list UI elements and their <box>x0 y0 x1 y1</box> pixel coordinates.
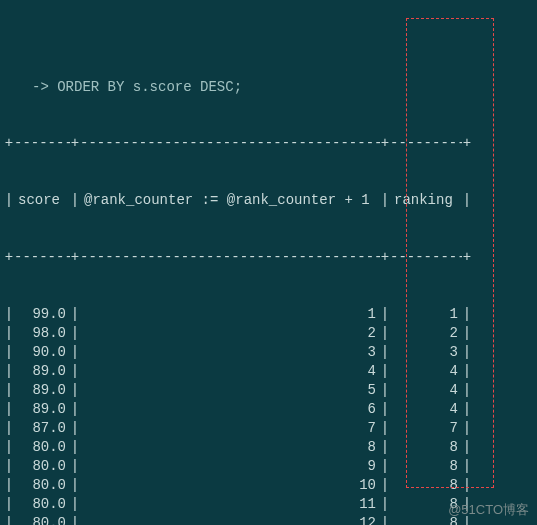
pipe-icon: | <box>70 476 80 495</box>
table-row: |80.0|8|8| <box>4 438 533 457</box>
plus-icon: + <box>4 248 14 267</box>
table-row: |99.0|1|1| <box>4 305 533 324</box>
plus-icon: + <box>380 248 390 267</box>
dash-segment: ------------------------------------- <box>80 248 380 267</box>
pipe-icon: | <box>4 514 14 525</box>
pipe-icon: | <box>462 191 472 210</box>
pipe-icon: | <box>462 362 472 381</box>
plus-icon: + <box>380 134 390 153</box>
plus-icon: + <box>70 248 80 267</box>
pipe-icon: | <box>380 191 390 210</box>
cell-score: 99.0 <box>14 305 70 324</box>
pipe-icon: | <box>462 476 472 495</box>
pipe-icon: | <box>70 419 80 438</box>
pipe-icon: | <box>70 495 80 514</box>
plus-icon: + <box>462 134 472 153</box>
cell-score: 80.0 <box>14 476 70 495</box>
cell-counter: 9 <box>80 457 380 476</box>
dash-segment: ------- <box>14 248 70 267</box>
pipe-icon: | <box>462 381 472 400</box>
table-row: |89.0|5|4| <box>4 381 533 400</box>
dash-segment: --------- <box>390 248 462 267</box>
pipe-icon: | <box>70 324 80 343</box>
cell-ranking: 7 <box>390 419 462 438</box>
table-body: |99.0|1|1||98.0|2|2||90.0|3|3||89.0|4|4|… <box>4 305 533 525</box>
pipe-icon: | <box>462 343 472 362</box>
pipe-icon: | <box>380 343 390 362</box>
cell-counter: 11 <box>80 495 380 514</box>
pipe-icon: | <box>380 381 390 400</box>
pipe-icon: | <box>462 419 472 438</box>
pipe-icon: | <box>4 343 14 362</box>
pipe-icon: | <box>4 191 14 210</box>
cell-score: 98.0 <box>14 324 70 343</box>
pipe-icon: | <box>4 419 14 438</box>
pipe-icon: | <box>4 438 14 457</box>
pipe-icon: | <box>4 305 14 324</box>
dash-segment: ------- <box>14 134 70 153</box>
cell-counter: 2 <box>80 324 380 343</box>
cell-score: 80.0 <box>14 495 70 514</box>
cell-score: 87.0 <box>14 419 70 438</box>
pipe-icon: | <box>462 324 472 343</box>
pipe-icon: | <box>380 362 390 381</box>
cell-score: 89.0 <box>14 381 70 400</box>
cell-counter: 10 <box>80 476 380 495</box>
cell-counter: 12 <box>80 514 380 525</box>
cell-counter: 7 <box>80 419 380 438</box>
cell-ranking: 4 <box>390 362 462 381</box>
sql-fragment: -> ORDER BY s.score DESC; <box>4 78 533 97</box>
plus-icon: + <box>70 134 80 153</box>
cell-ranking: 8 <box>390 438 462 457</box>
pipe-icon: | <box>70 191 80 210</box>
cell-ranking: 8 <box>390 457 462 476</box>
pipe-icon: | <box>70 514 80 525</box>
pipe-icon: | <box>70 457 80 476</box>
pipe-icon: | <box>380 457 390 476</box>
pipe-icon: | <box>380 476 390 495</box>
pipe-icon: | <box>4 400 14 419</box>
cell-score: 80.0 <box>14 438 70 457</box>
table-row: |87.0|7|7| <box>4 419 533 438</box>
pipe-icon: | <box>4 495 14 514</box>
table-header: | score | @rank_counter := @rank_counter… <box>4 191 533 210</box>
cell-counter: 4 <box>80 362 380 381</box>
pipe-icon: | <box>70 381 80 400</box>
cell-score: 80.0 <box>14 514 70 525</box>
table-row: |89.0|6|4| <box>4 400 533 419</box>
cell-ranking: 8 <box>390 476 462 495</box>
pipe-icon: | <box>4 476 14 495</box>
cell-score: 89.0 <box>14 362 70 381</box>
plus-icon: + <box>4 134 14 153</box>
pipe-icon: | <box>380 305 390 324</box>
pipe-icon: | <box>4 362 14 381</box>
cell-ranking: 4 <box>390 381 462 400</box>
pipe-icon: | <box>462 438 472 457</box>
pipe-icon: | <box>4 457 14 476</box>
table-row: |90.0|3|3| <box>4 343 533 362</box>
column-header-ranking: ranking <box>390 191 462 210</box>
cell-ranking: 2 <box>390 324 462 343</box>
pipe-icon: | <box>462 305 472 324</box>
table-top-border: + ------- + ----------------------------… <box>4 134 533 153</box>
cell-counter: 5 <box>80 381 380 400</box>
pipe-icon: | <box>380 324 390 343</box>
pipe-icon: | <box>380 514 390 525</box>
cell-score: 89.0 <box>14 400 70 419</box>
pipe-icon: | <box>380 495 390 514</box>
cell-counter: 3 <box>80 343 380 362</box>
pipe-icon: | <box>380 400 390 419</box>
pipe-icon: | <box>380 419 390 438</box>
cell-ranking: 1 <box>390 305 462 324</box>
column-header-score: score <box>14 191 70 210</box>
pipe-icon: | <box>70 362 80 381</box>
plus-icon: + <box>462 248 472 267</box>
table-row: |80.0|10|8| <box>4 476 533 495</box>
pipe-icon: | <box>70 400 80 419</box>
cell-counter: 1 <box>80 305 380 324</box>
dash-segment: --------- <box>390 134 462 153</box>
pipe-icon: | <box>462 400 472 419</box>
pipe-icon: | <box>70 305 80 324</box>
cell-ranking: 3 <box>390 343 462 362</box>
dash-segment: ------------------------------------- <box>80 134 380 153</box>
